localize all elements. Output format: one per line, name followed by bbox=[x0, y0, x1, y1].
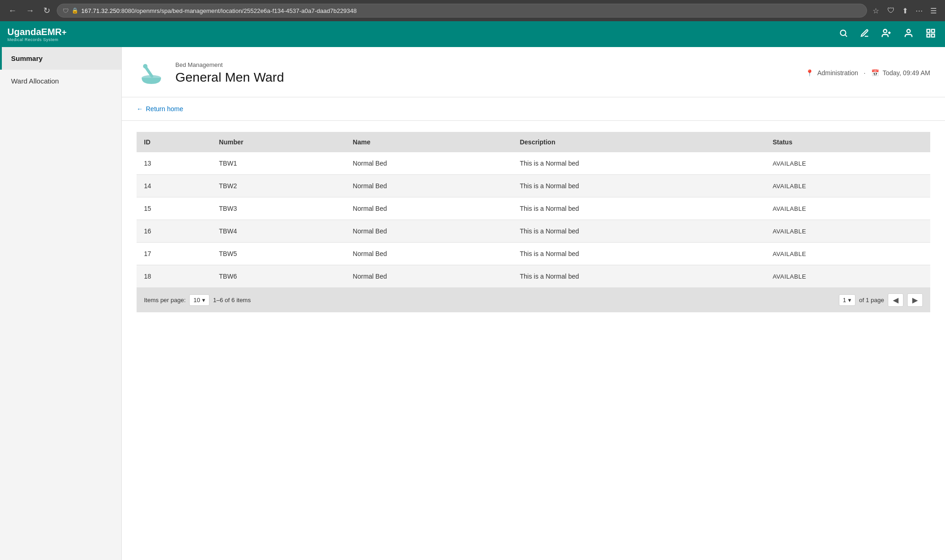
search-icon-button[interactable] bbox=[837, 27, 850, 42]
table-header-row: ID Number Name Description Status bbox=[137, 132, 930, 152]
cell-status: AVAILABLE bbox=[765, 197, 930, 220]
sidebar-item-ward-allocation[interactable]: Ward Allocation bbox=[0, 70, 121, 92]
cell-name: Normal Bed bbox=[346, 197, 513, 220]
prev-icon: ◀ bbox=[893, 296, 898, 304]
page-chevron-down-icon: ▾ bbox=[848, 297, 851, 304]
edit-icon-button[interactable] bbox=[858, 27, 871, 42]
cell-description: This is a Normal bed bbox=[512, 265, 765, 288]
cell-description: This is a Normal bed bbox=[512, 197, 765, 220]
cell-name: Normal Bed bbox=[346, 220, 513, 243]
status-badge: AVAILABLE bbox=[772, 160, 806, 167]
shield-icon: 🛡 bbox=[63, 7, 69, 14]
user-icon-button[interactable] bbox=[902, 26, 915, 42]
table-header: ID Number Name Description Status bbox=[137, 132, 930, 152]
cell-description: This is a Normal bed bbox=[512, 175, 765, 197]
svg-line-1 bbox=[845, 35, 847, 36]
table-row: 18 TBW6 Normal Bed This is a Normal bed … bbox=[137, 265, 930, 288]
pagination-prev-button[interactable]: ◀ bbox=[888, 293, 903, 307]
svg-line-11 bbox=[146, 67, 152, 76]
cell-status: AVAILABLE bbox=[765, 265, 930, 288]
pagination-right: 1 ▾ of 1 page ◀ ▶ bbox=[839, 293, 923, 307]
browser-reload-button[interactable]: ↻ bbox=[41, 4, 53, 18]
chevron-down-icon: ▾ bbox=[202, 297, 205, 304]
cell-status: AVAILABLE bbox=[765, 152, 930, 175]
svg-rect-9 bbox=[932, 34, 934, 36]
status-badge: AVAILABLE bbox=[772, 250, 806, 257]
browser-chrome: ← → ↻ 🛡 🔒 167.71.32.250:8080/openmrs/spa… bbox=[0, 0, 945, 21]
items-per-page-label: Items per page: bbox=[144, 297, 185, 304]
logo-text: UgandaEMR+ Medical Records System bbox=[7, 27, 66, 42]
cell-number: TBW4 bbox=[212, 220, 346, 243]
table-row: 14 TBW2 Normal Bed This is a Normal bed … bbox=[137, 175, 930, 197]
sidebar-item-summary[interactable]: Summary bbox=[0, 47, 121, 70]
svg-rect-6 bbox=[927, 29, 930, 32]
url-display: 167.71.32.250:8080/openmrs/spa/bed-manag… bbox=[81, 7, 357, 14]
add-user-icon-button[interactable] bbox=[879, 26, 893, 42]
total-pages-text: of 1 page bbox=[859, 297, 884, 304]
lock-icon: 🔒 bbox=[72, 7, 78, 14]
table-row: 16 TBW4 Normal Bed This is a Normal bed … bbox=[137, 220, 930, 243]
pagination-next-button[interactable]: ▶ bbox=[907, 293, 923, 307]
cell-id: 17 bbox=[137, 243, 212, 265]
mortar-pestle-icon bbox=[138, 59, 165, 87]
cell-status: AVAILABLE bbox=[765, 220, 930, 243]
pagination-range-text: 1–6 of 6 items bbox=[213, 297, 251, 304]
page-header-right: 📍 Administration · 📅 Today, 09:49 AM bbox=[806, 69, 930, 77]
calendar-icon: 📅 bbox=[871, 69, 879, 77]
ward-icon bbox=[137, 58, 166, 88]
breadcrumb: Bed Management bbox=[175, 61, 284, 68]
cell-number: TBW5 bbox=[212, 243, 346, 265]
browser-back-button[interactable]: ← bbox=[6, 4, 19, 18]
status-badge: AVAILABLE bbox=[772, 205, 806, 212]
table-row: 13 TBW1 Normal Bed This is a Normal bed … bbox=[137, 152, 930, 175]
items-per-page-select[interactable]: 10 ▾ bbox=[189, 294, 209, 306]
browser-menu-btn[interactable]: ☰ bbox=[927, 5, 939, 17]
status-badge: AVAILABLE bbox=[772, 183, 806, 190]
status-badge: AVAILABLE bbox=[772, 228, 806, 235]
status-badge: AVAILABLE bbox=[772, 273, 806, 280]
content-area: Bed Management General Men Ward 📍 Admini… bbox=[122, 47, 945, 560]
cell-name: Normal Bed bbox=[346, 265, 513, 288]
beds-table: ID Number Name Description Status 13 TBW… bbox=[137, 132, 930, 288]
svg-rect-7 bbox=[932, 29, 934, 32]
cell-id: 13 bbox=[137, 152, 212, 175]
cell-number: TBW1 bbox=[212, 152, 346, 175]
cell-description: This is a Normal bed bbox=[512, 220, 765, 243]
col-header-description: Description bbox=[512, 132, 765, 152]
col-header-number: Number bbox=[212, 132, 346, 152]
cell-number: TBW3 bbox=[212, 197, 346, 220]
cell-number: TBW6 bbox=[212, 265, 346, 288]
user-icon bbox=[903, 28, 914, 38]
return-home-link[interactable]: ← Return home bbox=[137, 105, 183, 113]
separator: · bbox=[864, 69, 866, 77]
browser-shield-btn[interactable]: 🛡 bbox=[885, 5, 897, 17]
header-actions bbox=[837, 26, 938, 42]
col-header-id: ID bbox=[137, 132, 212, 152]
return-home-section: ← Return home bbox=[122, 97, 945, 121]
cell-id: 16 bbox=[137, 220, 212, 243]
col-header-status: Status bbox=[765, 132, 930, 152]
return-home-label: Return home bbox=[146, 105, 183, 113]
main-layout: Summary Ward Allocation bbox=[0, 47, 945, 560]
browser-extensions-btn[interactable]: ⋯ bbox=[913, 5, 926, 17]
add-user-icon bbox=[881, 28, 891, 38]
grid-icon bbox=[926, 28, 936, 38]
page-select[interactable]: 1 ▾ bbox=[839, 294, 855, 306]
cell-id: 18 bbox=[137, 265, 212, 288]
cell-id: 14 bbox=[137, 175, 212, 197]
cell-description: This is a Normal bed bbox=[512, 152, 765, 175]
grid-icon-button[interactable] bbox=[924, 26, 938, 42]
cell-status: AVAILABLE bbox=[765, 243, 930, 265]
browser-forward-button[interactable]: → bbox=[23, 4, 37, 18]
cell-name: Normal Bed bbox=[346, 175, 513, 197]
location-text: Administration bbox=[817, 69, 858, 77]
pagination-left: Items per page: 10 ▾ 1–6 of 6 items bbox=[144, 294, 251, 306]
browser-bookmark-button[interactable]: ☆ bbox=[871, 5, 881, 17]
pen-icon bbox=[860, 29, 869, 38]
current-page: 1 bbox=[843, 297, 846, 304]
app-header: UgandaEMR+ Medical Records System bbox=[0, 21, 945, 47]
page-title: General Men Ward bbox=[175, 70, 284, 85]
address-bar[interactable]: 🛡 🔒 167.71.32.250:8080/openmrs/spa/bed-m… bbox=[57, 4, 867, 18]
items-per-page-value: 10 bbox=[193, 297, 200, 304]
browser-upload-btn[interactable]: ⬆ bbox=[899, 5, 911, 17]
